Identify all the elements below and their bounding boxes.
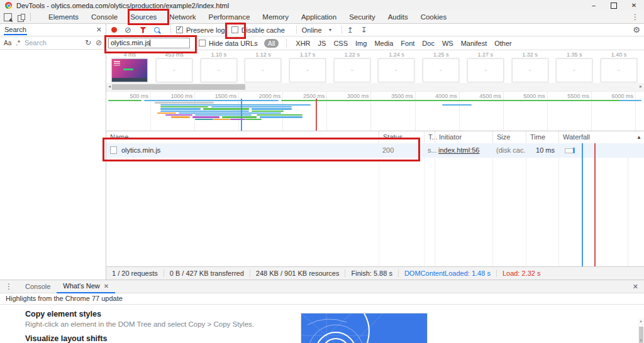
frame-thumbnail[interactable] [378, 58, 414, 82]
column-header-initiator[interactable]: Initiator [435, 131, 497, 143]
frame-thumbnail[interactable] [156, 58, 192, 82]
more-options-icon[interactable]: ⋮ [631, 13, 639, 21]
tab-application[interactable]: Application [301, 13, 336, 21]
network-filter-input[interactable]: olytics.min.js [108, 38, 190, 48]
filmstrip-frame[interactable]: 1.10 s [196, 50, 241, 82]
filmstrip-scrollbar[interactable]: ◂ ▸ [106, 83, 644, 92]
drawer-tab-console[interactable]: Console [19, 280, 57, 293]
frame-thumbnail[interactable] [556, 58, 592, 82]
card-title[interactable]: Visualize layout shifts [25, 334, 107, 343]
stop-clear-icon[interactable]: ⊘ [125, 26, 131, 34]
type-filter-xhr[interactable]: XHR [296, 40, 310, 47]
filmstrip-frame[interactable]: 1.22 s [330, 50, 374, 82]
filmstrip-frame[interactable]: 1.24 s [374, 50, 419, 82]
tab-sources[interactable]: Sources [130, 13, 157, 21]
search-icon[interactable] [154, 27, 160, 33]
tab-console[interactable]: Console [91, 13, 118, 21]
settings-gear-icon[interactable]: ⚙ [633, 25, 640, 35]
close-button[interactable]: ✕ [624, 0, 644, 11]
export-har-icon[interactable]: ↧ [361, 26, 367, 35]
column-header-time[interactable]: Time [526, 131, 563, 143]
filmstrip-frame[interactable]: 1.40 s [597, 50, 641, 82]
overview-request-bar [155, 102, 214, 103]
filmstrip-frame[interactable]: 4 ms [108, 50, 152, 82]
disable-cache-checkbox[interactable] [231, 26, 238, 33]
request-row[interactable]: olytics.min.js 200 s... index.html:56 (d… [106, 143, 644, 158]
column-header-size[interactable]: Size [492, 131, 530, 143]
filmstrip-frame[interactable]: 1.17 s [286, 50, 330, 82]
frame-thumbnail[interactable] [289, 58, 326, 82]
frame-thumbnail[interactable] [512, 58, 548, 82]
maximize-button[interactable] [604, 0, 624, 11]
column-divider [558, 143, 559, 267]
tab-memory[interactable]: Memory [262, 13, 289, 21]
frame-thumbnail[interactable] [334, 58, 370, 82]
tab-security[interactable]: Security [349, 13, 375, 21]
frame-thumbnail[interactable] [245, 58, 281, 82]
type-filter-img[interactable]: Img [355, 40, 367, 47]
import-har-icon[interactable]: ↥ [347, 26, 353, 35]
type-filter-all[interactable]: All [264, 39, 279, 48]
match-case-toggle[interactable]: Aa [4, 40, 11, 46]
device-toolbar-icon[interactable] [18, 14, 25, 21]
tab-audits[interactable]: Audits [388, 13, 408, 21]
throttling-select[interactable]: Online [302, 26, 322, 34]
type-filter-manifest[interactable]: Manifest [461, 40, 487, 47]
frame-thumbnail[interactable] [601, 58, 637, 82]
hide-data-urls-checkbox[interactable] [199, 40, 206, 46]
type-filter-doc[interactable]: Doc [422, 40, 435, 47]
filmstrip-frame[interactable] [641, 50, 644, 82]
filmstrip-frame[interactable]: 1.12 s [241, 50, 286, 82]
clear-search-icon[interactable]: ⊘ [96, 38, 102, 47]
drawer-close-icon[interactable]: ✕ [633, 283, 638, 291]
preserve-log-checkbox[interactable] [176, 26, 183, 33]
card-title[interactable]: Copy element styles [25, 310, 254, 318]
drawer-menu-icon[interactable]: ⋮ [5, 282, 13, 291]
chevron-down-icon[interactable]: ▼ [328, 28, 333, 32]
network-overview[interactable]: 500 ms1000 ms1500 ms2000 ms2500 ms3000 m… [106, 92, 644, 131]
filmstrip-frame[interactable]: 1.27 s [464, 50, 508, 82]
filmstrip-frame[interactable]: 453 ms [152, 50, 197, 82]
type-filter-font[interactable]: Font [401, 40, 414, 47]
search-input[interactable]: Search [25, 39, 80, 46]
frame-thumbnail[interactable] [111, 58, 148, 82]
frame-thumbnail[interactable] [201, 58, 237, 82]
type-filter-ws[interactable]: WS [442, 40, 453, 47]
frame-thumbnail[interactable] [423, 58, 459, 82]
filmstrip-frame[interactable]: 1.25 s [419, 50, 464, 82]
scroll-down-icon[interactable]: ▾ [638, 338, 644, 343]
tab-network[interactable]: Network [169, 13, 196, 21]
scrollbar-thumb[interactable] [112, 84, 245, 90]
refresh-icon[interactable]: ↻ [85, 38, 91, 47]
scroll-up-icon[interactable]: ▴ [638, 318, 644, 324]
minimize-button[interactable]: – [584, 0, 604, 11]
frame-thumbnail[interactable] [467, 58, 504, 82]
close-tab-icon[interactable]: ✕ [104, 283, 109, 290]
tab-performance[interactable]: Performance [209, 13, 250, 21]
column-header-name[interactable]: Name [106, 131, 382, 143]
drawer-scrollbar[interactable]: ▴ ▾ [638, 318, 644, 343]
column-header-waterfall[interactable]: Waterfall [558, 131, 644, 143]
request-name-cell[interactable]: olytics.min.js [106, 143, 379, 158]
type-filter-js[interactable]: JS [318, 40, 326, 47]
tab-elements[interactable]: Elements [48, 13, 79, 21]
tab-cookies[interactable]: Cookies [421, 13, 447, 21]
regex-toggle[interactable]: .* [16, 40, 20, 46]
filmstrip-frame[interactable]: 1.32 s [508, 50, 552, 82]
type-filter-css[interactable]: CSS [333, 40, 348, 47]
type-filter-media[interactable]: Media [374, 40, 393, 47]
inspect-element-icon[interactable] [4, 13, 12, 21]
initiator-link[interactable]: index.html:56 [438, 146, 479, 154]
summary-item: 1 / 20 requests [106, 270, 164, 277]
column-header-status[interactable]: Status [379, 131, 428, 143]
search-panel-close-icon[interactable]: ✕ [96, 26, 102, 34]
type-filter-other[interactable]: Other [494, 40, 512, 47]
request-initiator-cell[interactable]: index.html:56 [435, 143, 492, 158]
drawer-tab-whats-new[interactable]: What's New✕ [57, 280, 115, 293]
scroll-right-icon[interactable]: ▸ [638, 83, 644, 90]
record-button[interactable] [111, 27, 117, 33]
sort-arrow-icon[interactable]: ▲ [636, 131, 641, 143]
load-summary: Load: 2.32 s [497, 270, 547, 277]
filmstrip-frame[interactable]: 1.35 s [552, 50, 597, 82]
filter-icon[interactable] [140, 27, 147, 33]
